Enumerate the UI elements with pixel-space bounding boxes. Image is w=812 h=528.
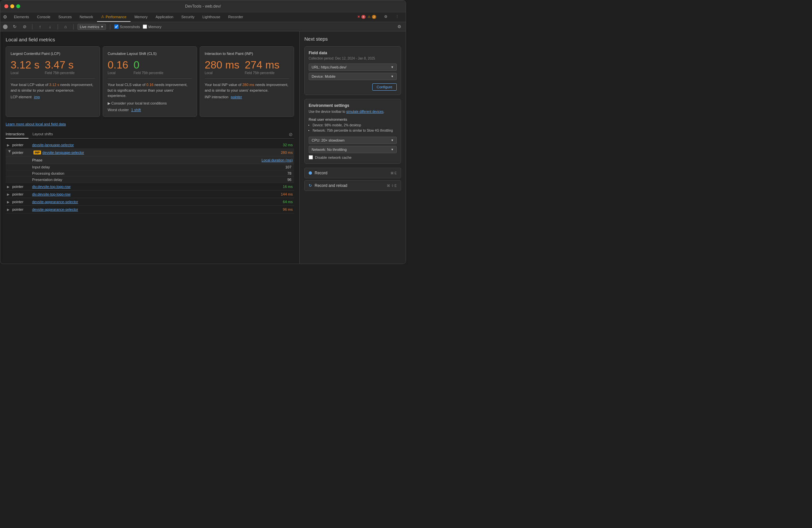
screenshots-checkbox[interactable] <box>114 25 118 29</box>
home-button[interactable]: ⌂ <box>62 23 69 30</box>
chevron-down-icon: ▼ <box>391 75 394 78</box>
tab-sources[interactable]: Sources <box>54 12 75 22</box>
lcp-desc-highlight: 3.12 s <box>49 83 59 87</box>
row-target[interactable]: div.devsite-top-logo-row <box>32 192 273 196</box>
clear-interactions-button[interactable]: ⊘ <box>288 131 294 138</box>
disable-cache-label: Disable network cache <box>315 155 352 160</box>
cls-field-value: 0 <box>133 60 163 70</box>
lcp-element-link[interactable]: img <box>34 95 40 99</box>
row-target[interactable]: devsite-language-selector <box>42 151 273 154</box>
row-type: pointer <box>12 200 32 204</box>
record-button[interactable] <box>3 25 8 29</box>
simulate-devices-link[interactable]: simulate different devices <box>346 110 383 114</box>
warning-count: 2 <box>372 15 376 19</box>
download-button[interactable]: ↓ <box>46 23 54 30</box>
tab-lighthouse[interactable]: Lighthouse <box>198 12 224 22</box>
tab-layout-shifts[interactable]: Layout shifts <box>32 130 57 139</box>
separator-4 <box>110 24 110 29</box>
reload-button[interactable]: ↻ <box>11 23 18 30</box>
inp-field-label: Field 75th percentile <box>245 71 279 75</box>
cpu-dropdown[interactable]: CPU: 20× slowdown ▼ <box>309 137 397 144</box>
table-row[interactable]: ▶ pointer INP devsite-language-selector … <box>6 149 294 156</box>
tab-elements[interactable]: Elements <box>10 12 33 22</box>
metrics-grid: Largest Contentful Paint (LCP) 3.12 s Lo… <box>6 46 294 117</box>
phase-name: Processing duration <box>7 171 273 175</box>
next-steps-title: Next steps <box>304 36 401 42</box>
disable-cache-checkbox[interactable] <box>309 155 313 160</box>
cls-local-group: 0.16 Local <box>107 60 128 75</box>
phase-header-row: Phase Local duration (ms) <box>6 156 294 164</box>
configure-button[interactable]: Configure <box>372 84 397 91</box>
memory-checkbox[interactable] <box>143 25 147 29</box>
row-target[interactable]: devsite-language-selector <box>32 143 273 147</box>
table-row[interactable]: ▶ pointer devsite-language-selector 32 m… <box>6 141 294 149</box>
maximize-button[interactable] <box>16 4 20 8</box>
phase-duration-header[interactable]: Local duration (ms) <box>262 158 293 162</box>
tab-application[interactable]: Application <box>152 12 177 22</box>
tab-console[interactable]: Console <box>33 12 54 22</box>
row-target[interactable]: div.devsite-top-logo-row <box>32 185 273 188</box>
minimize-button[interactable] <box>10 4 14 8</box>
row-duration: 64 ms <box>273 200 293 204</box>
inp-card: Interaction to Next Paint (INP) 280 ms L… <box>200 46 294 117</box>
cls-worst-link[interactable]: 1 shift <box>131 108 141 112</box>
learn-more-link[interactable]: Learn more about local and field data <box>6 122 294 126</box>
tabs-row: Interactions Layout shifts ⊘ <box>6 130 294 139</box>
lcp-divider <box>11 78 95 79</box>
lcp-field-group: 3.47 s Field 75th percentile <box>45 60 74 75</box>
cancel-button[interactable]: ⊘ <box>21 23 28 30</box>
tab-label-elements: Elements <box>14 15 29 19</box>
table-row[interactable]: ▶ pointer div.devsite-top-logo-row 144 m… <box>6 191 294 198</box>
lcp-local-value: 3.12 s <box>11 60 40 70</box>
table-row[interactable]: ▶ pointer devsite-appearance-selector 96… <box>6 206 294 213</box>
record-reload-button[interactable]: ↻ Record and reload ⌘ ⇧ E <box>304 180 401 191</box>
chevron-icon: ▶ <box>8 150 12 155</box>
close-button[interactable] <box>4 4 8 8</box>
row-target[interactable]: devsite-appearance-selector <box>32 208 273 211</box>
tab-label-sources: Sources <box>58 15 72 19</box>
row-target[interactable]: devsite-appearance-selector <box>32 200 273 204</box>
record-section: Record ⌘ E ↻ Record and reload ⌘ ⇧ E <box>304 168 401 191</box>
memory-label: Memory <box>148 25 162 29</box>
settings-icon-button[interactable]: ⚙ <box>396 23 403 30</box>
cls-field-group: 0 Field 75th percentile <box>133 60 163 75</box>
tab-memory[interactable]: Memory <box>130 12 152 22</box>
field-data-title: Field data <box>309 50 397 55</box>
inp-badge: INP <box>33 151 41 154</box>
field-data-section: Field data Collection period: Dec 12, 20… <box>304 46 401 95</box>
tab-devtools-icon[interactable]: ⚙ <box>3 12 10 22</box>
live-metrics-dropdown[interactable]: Live metrics ▼ <box>77 24 106 30</box>
memory-checkbox-label[interactable]: Memory <box>143 25 162 29</box>
settings-button[interactable]: ⚙ <box>380 12 391 22</box>
reload-icon: ↻ <box>309 183 312 188</box>
main-content: Local and field metrics Largest Contentf… <box>0 31 406 264</box>
more-options-button[interactable]: ⋮ <box>391 12 403 22</box>
cls-title: Cumulative Layout Shift (CLS) <box>107 51 192 56</box>
phase-col-label: Phase <box>7 158 262 162</box>
tab-label-console: Console <box>37 15 50 19</box>
chevron-down-icon: ▼ <box>101 25 104 28</box>
cls-card: Cumulative Layout Shift (CLS) 0.16 Local… <box>103 46 197 117</box>
row-duration: 280 ms <box>273 151 293 154</box>
screenshots-checkbox-label[interactable]: Screenshots <box>114 25 140 29</box>
record-button-main[interactable]: Record ⌘ E <box>304 168 401 178</box>
cls-consider[interactable]: ▶ Consider your local test conditions <box>107 101 192 106</box>
chevron-icon: ▶ <box>7 208 12 211</box>
network-dropdown[interactable]: Network: No throttling ▼ <box>309 146 397 153</box>
tab-interactions[interactable]: Interactions <box>6 130 28 139</box>
tab-recorder[interactable]: Recorder <box>224 12 247 22</box>
url-dropdown[interactable]: URL: https://web.dev/ ▼ <box>309 63 397 71</box>
tab-label-recorder: Recorder <box>228 15 243 19</box>
table-row[interactable]: ▶ pointer div.devsite-top-logo-row 16 ms <box>6 183 294 191</box>
table-row[interactable]: ▶ pointer devsite-appearance-selector 64… <box>6 198 294 206</box>
tab-security[interactable]: Security <box>177 12 198 22</box>
upload-button[interactable]: ↑ <box>37 23 44 30</box>
row-type: pointer <box>12 151 32 154</box>
tab-network[interactable]: Network <box>76 12 97 22</box>
chevron-down-icon: ▼ <box>391 148 394 151</box>
chevron-icon: ▶ <box>7 143 12 147</box>
device-dropdown[interactable]: Device: Mobile ▼ <box>309 73 397 80</box>
phase-detail-row: Presentation delay 96 <box>6 177 294 183</box>
tab-performance[interactable]: ⚠ Performance <box>97 12 130 22</box>
inp-interaction-link[interactable]: pointer <box>231 95 242 99</box>
